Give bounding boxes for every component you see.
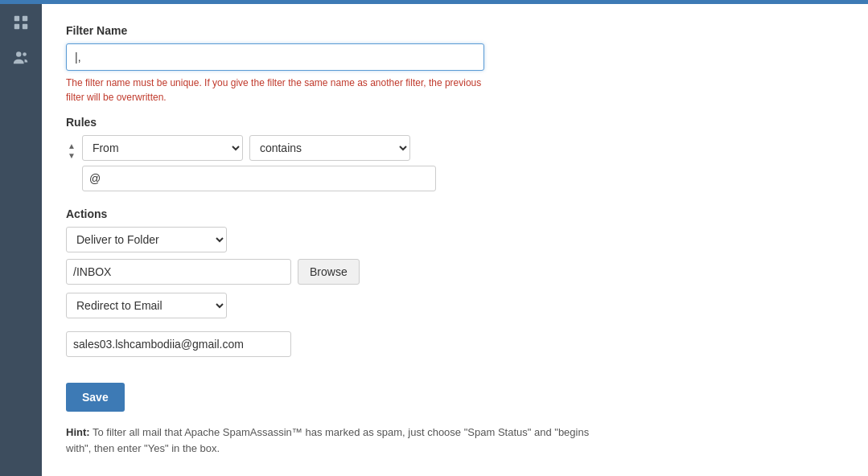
sidebar	[0, 0, 42, 476]
rules-section: Rules ▲ ▼ From To Subject Body Spam Stat…	[66, 116, 844, 191]
top-bar	[0, 0, 868, 4]
browse-button[interactable]: Browse	[298, 259, 360, 285]
rules-dropdowns: From To Subject Body Spam Status contain…	[82, 135, 436, 161]
deliver-select[interactable]: Deliver to Folder Discard Reject	[66, 227, 227, 252]
rule-condition-select[interactable]: contains does not contain is is not begi…	[249, 135, 410, 161]
svg-point-4	[16, 51, 21, 56]
filter-name-section: Filter Name The filter name must be uniq…	[66, 24, 844, 105]
svg-point-5	[23, 52, 27, 56]
rule-move-down[interactable]: ▼	[66, 151, 77, 161]
actions-section: Actions Deliver to Folder Discard Reject…	[66, 207, 844, 370]
rules-inputs: From To Subject Body Spam Status contain…	[82, 135, 436, 191]
folder-row: Browse	[66, 259, 844, 285]
hint-prefix: Hint:	[66, 426, 90, 438]
users-icon[interactable]	[5, 42, 37, 74]
main-content: Filter Name The filter name must be uniq…	[42, 0, 868, 476]
actions-label: Actions	[66, 207, 844, 220]
rules-row: ▲ ▼ From To Subject Body Spam Status con…	[66, 135, 844, 191]
redirect-email-input[interactable]	[66, 331, 291, 357]
svg-rect-3	[23, 24, 27, 29]
svg-rect-2	[14, 24, 19, 29]
save-button[interactable]: Save	[66, 383, 125, 412]
rule-value-input[interactable]	[82, 166, 436, 191]
deliver-action-row: Deliver to Folder Discard Reject	[66, 227, 844, 252]
redirect-select[interactable]: Redirect to Email Forward to Email BCC t…	[66, 293, 227, 318]
svg-rect-1	[23, 16, 27, 21]
rule-field-select[interactable]: From To Subject Body Spam Status	[82, 135, 243, 161]
grid-icon[interactable]	[5, 6, 37, 39]
svg-rect-0	[14, 16, 19, 21]
rules-label: Rules	[66, 116, 844, 129]
redirect-action-row: Redirect to Email Forward to Email BCC t…	[66, 293, 844, 325]
rule-move-up[interactable]: ▲	[66, 142, 77, 151]
filter-name-label: Filter Name	[66, 24, 844, 37]
rules-arrows: ▲ ▼	[66, 142, 77, 161]
folder-input[interactable]	[66, 259, 291, 285]
filter-name-hint: The filter name must be unique. If you g…	[66, 76, 484, 105]
filter-name-input[interactable]	[66, 43, 484, 71]
hint-bottom: Hint: To filter all mail that Apache Spa…	[66, 425, 613, 456]
hint-text: To filter all mail that Apache SpamAssas…	[66, 426, 589, 454]
